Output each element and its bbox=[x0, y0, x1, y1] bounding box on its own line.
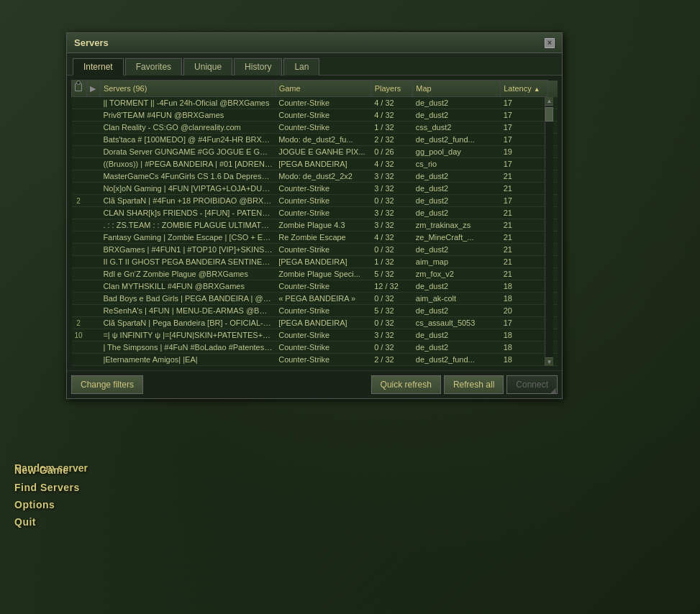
col-header-map[interactable]: Map bbox=[413, 81, 501, 97]
row-lock bbox=[87, 207, 101, 219]
tab-lan[interactable]: Lan bbox=[283, 58, 319, 75]
row-server-name: CLAN SHAR[k]s FRIENDS - [4FUN] - PATENTE… bbox=[100, 207, 276, 219]
row-server-name: |Eternamente Amigos| |EA| bbox=[100, 354, 276, 366]
resize-handle[interactable]: ◢ bbox=[550, 387, 559, 395]
table-row[interactable]: Bats'taca # [100MEDO] @ #4Fun24-HR BRXGa… bbox=[72, 134, 558, 146]
tab-favorites[interactable]: Favorites bbox=[125, 58, 182, 75]
table-row[interactable]: . : : ZS.TEAM : : ZOMBIE PLAGUE ULTIMATE… bbox=[72, 219, 558, 232]
sidebar-item-options[interactable]: Options bbox=[14, 499, 80, 510]
row-game: Zombie Plague 4.3 bbox=[276, 219, 371, 232]
row-players: 5 / 32 bbox=[371, 268, 413, 280]
scrollbar-thumb[interactable] bbox=[545, 107, 553, 122]
table-row[interactable]: Fantasy Gaming | Zombie Escape | [CSO + … bbox=[72, 232, 558, 244]
row-players: 3 / 32 bbox=[371, 183, 413, 195]
tab-history[interactable]: History bbox=[234, 58, 282, 75]
row-players: 0 / 32 bbox=[371, 244, 413, 256]
row-server-name: MasterGameCs 4FunGirls CS 1.6 Da Depress… bbox=[100, 170, 276, 183]
row-game: Counter-Strike bbox=[276, 195, 371, 207]
row-num bbox=[72, 342, 87, 354]
row-players: 4 / 32 bbox=[371, 232, 413, 244]
scrollbar-down-button[interactable]: ▼ bbox=[545, 357, 553, 366]
row-num: 2 bbox=[72, 195, 87, 207]
table-row[interactable]: BRXGames | #4FUN1 | #TOP10 [VIP]+SKINS+M… bbox=[72, 244, 558, 256]
row-latency: 17 bbox=[501, 195, 548, 207]
sidebar-item-new-game[interactable]: New Game bbox=[14, 464, 80, 476]
row-latency: 21 bbox=[501, 207, 548, 219]
sidebar-item-quit[interactable]: Quit bbox=[14, 516, 80, 528]
quick-refresh-button[interactable]: Quick refresh bbox=[371, 375, 441, 394]
side-menu: New Game Find Servers Options Quit bbox=[14, 464, 80, 528]
col-header-latency[interactable]: Latency bbox=[501, 81, 548, 97]
row-game: Counter-Strike bbox=[276, 342, 371, 354]
table-row[interactable]: II G.T II GHOST PEGA BANDEIRA SENTINELA … bbox=[72, 256, 558, 268]
row-map: de_dust2_fund... bbox=[413, 354, 501, 366]
row-players: 0 / 32 bbox=[371, 293, 413, 305]
table-row[interactable]: ((Bruxos)) | #PEGA BANDEIRA | #01 [ADREN… bbox=[72, 158, 558, 170]
table-row[interactable]: Priv8'TEAM #4FUN @BRXGamesCounter-Strike… bbox=[72, 109, 558, 122]
table-row[interactable]: ReSenhA's | 4FUN | MENU-DE-ARMAS @BRXGam… bbox=[72, 305, 558, 317]
row-game: « PEGA BANDEIRA » bbox=[276, 293, 371, 305]
refresh-all-button[interactable]: Refresh all bbox=[444, 375, 504, 394]
tab-internet[interactable]: Internet bbox=[73, 58, 124, 75]
tab-unique[interactable]: Unique bbox=[183, 58, 232, 75]
row-players: 1 / 32 bbox=[371, 256, 413, 268]
row-latency: 18 bbox=[501, 354, 548, 366]
table-row[interactable]: |Eternamente Amigos| |EA|Counter-Strike2… bbox=[72, 354, 558, 366]
table-row[interactable]: 2Clã SpartaN | Pega Bandeira [BR] - OFIC… bbox=[72, 317, 558, 329]
col-header-name[interactable]: Servers (96) bbox=[100, 81, 276, 97]
row-game: JOGUE E GANHE PIX... bbox=[276, 146, 371, 158]
row-lock bbox=[87, 122, 101, 134]
row-lock bbox=[87, 109, 101, 122]
row-server-name: =| ψ INFINITY ψ |=[4FUN|SKIN+PATENTES+VI… bbox=[100, 329, 276, 342]
scrollbar-up-button[interactable]: ▲ bbox=[545, 97, 553, 106]
row-num bbox=[72, 232, 87, 244]
col-header-boost[interactable]: ▶ bbox=[87, 81, 101, 97]
table-row[interactable]: Clan Reality - CS:GO @clanreality.comCou… bbox=[72, 122, 558, 134]
table-row[interactable]: Bad Boys e Bad Girls | PEGA BANDEIRA | @… bbox=[72, 293, 558, 305]
table-row[interactable]: Rdl e Gn'Z Zombie Plague @BRXGamesZombie… bbox=[72, 268, 558, 280]
change-filters-button[interactable]: Change filters bbox=[71, 375, 143, 394]
table-row[interactable]: MasterGameCs 4FunGirls CS 1.6 Da Depress… bbox=[72, 170, 558, 183]
row-players: 2 / 32 bbox=[371, 134, 413, 146]
table-row[interactable]: || TORMENT || -4Fun 24h-Oficial @BRXGame… bbox=[72, 97, 558, 109]
row-num bbox=[72, 219, 87, 232]
col-header-game[interactable]: Game bbox=[276, 81, 371, 97]
row-lock bbox=[87, 280, 101, 293]
table-row[interactable]: 2Clã SpartaN | #4Fun +18 PROIBIDAO @BRXg… bbox=[72, 195, 558, 207]
row-map: de_dust2 bbox=[413, 207, 501, 219]
scrollbar-header-placeholder bbox=[548, 81, 558, 97]
row-players: 3 / 32 bbox=[371, 219, 413, 232]
table-row[interactable]: 10=| ψ INFINITY ψ |=[4FUN|SKIN+PATENTES+… bbox=[72, 329, 558, 342]
row-latency: 21 bbox=[501, 244, 548, 256]
close-button[interactable]: × bbox=[545, 38, 555, 48]
table-row[interactable]: No[x]oN Gaming | 4FUN [VIPTAG+LOJA+DUELO… bbox=[72, 183, 558, 195]
row-server-name: ((Bruxos)) | #PEGA BANDEIRA | #01 [ADREN… bbox=[100, 158, 276, 170]
row-latency: 18 bbox=[501, 342, 548, 354]
row-num bbox=[72, 134, 87, 146]
row-num bbox=[72, 109, 87, 122]
row-latency: 17 bbox=[501, 97, 548, 109]
table-row[interactable]: Dorata Server GUNGAME #GG JOGUE E GANHE … bbox=[72, 146, 558, 158]
row-lock bbox=[87, 354, 101, 366]
row-map: cs_assault_5053 bbox=[413, 317, 501, 329]
table-row[interactable]: CLAN SHAR[k]s FRIENDS - [4FUN] - PATENTE… bbox=[72, 207, 558, 219]
row-map: gg_pool_day bbox=[413, 146, 501, 158]
row-lock bbox=[87, 134, 101, 146]
table-row[interactable]: Clan MYTHSKILL #4FUN @BRXGamesCounter-St… bbox=[72, 280, 558, 293]
row-map: cs_rio bbox=[413, 158, 501, 170]
row-server-name: Clã SpartaN | #4Fun +18 PROIBIDAO @BRXga… bbox=[100, 195, 276, 207]
sidebar-item-find-servers[interactable]: Find Servers bbox=[14, 482, 80, 493]
col-header-lock[interactable] bbox=[72, 81, 87, 97]
row-latency: 21 bbox=[501, 268, 548, 280]
row-game: Counter-Strike bbox=[276, 207, 371, 219]
table-scrollbar[interactable]: ▲ ▼ bbox=[545, 97, 553, 366]
row-game: Zombie Plague Speci... bbox=[276, 268, 371, 280]
row-map: de_dust2 bbox=[413, 195, 501, 207]
row-players: 5 / 32 bbox=[371, 305, 413, 317]
row-players: 0 / 32 bbox=[371, 195, 413, 207]
col-header-players[interactable]: Players bbox=[371, 81, 413, 97]
row-game: Counter-Strike bbox=[276, 183, 371, 195]
row-latency: 21 bbox=[501, 183, 548, 195]
table-row[interactable]: | The Simpsons | #4FuN #BoLadao #Patente… bbox=[72, 342, 558, 354]
row-map: de_dust2 bbox=[413, 244, 501, 256]
